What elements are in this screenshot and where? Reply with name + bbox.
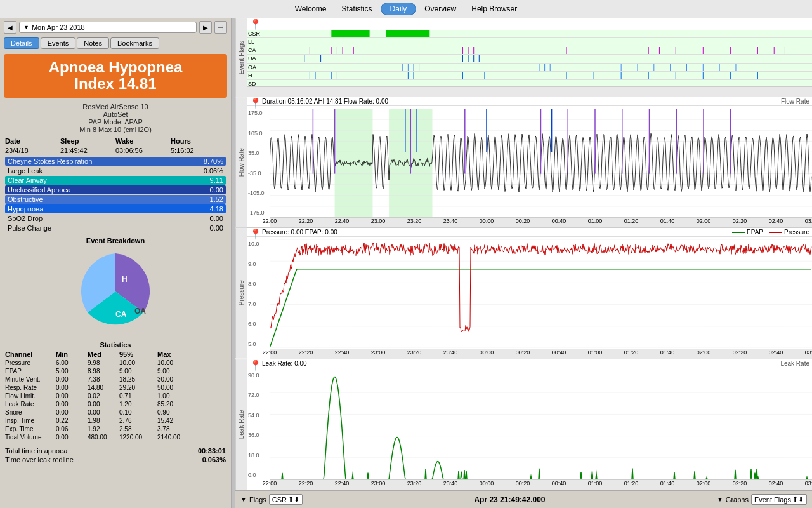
device-pap: PAP Mode: APAP <box>4 118 227 126</box>
ch-data-row: Snore0.000.000.100.90 <box>5 408 226 417</box>
canvas-leak <box>270 371 812 479</box>
pin-icon-lr: 📍 <box>249 359 262 371</box>
event-spo2: SpO2 Drop 0.00 <box>5 214 226 223</box>
tab-overview[interactable]: Overview <box>417 3 463 15</box>
flow-xaxis: 22:0022:2022:4023:0023:2023:4000:0000:20… <box>270 217 812 227</box>
prev-date-button[interactable]: ◀ <box>4 21 16 34</box>
leak-y-labels: 90.0 72.0 54.0 36.0 18.0 0.0 <box>247 371 270 479</box>
pin-button[interactable]: ⊣ <box>214 21 227 34</box>
ch-data-row: Insp. Time0.221.982.7615.42 <box>5 417 226 425</box>
tab-notes[interactable]: Notes <box>77 37 109 49</box>
detail-tabs: Details Events Notes Bookmarks <box>0 36 231 50</box>
bottom-timestamp: Apr 23 21:49:42.000 <box>308 495 712 504</box>
event-csr: Cheyne Stokes Respiration 8.70% <box>5 157 226 166</box>
tab-welcome[interactable]: Welcome <box>288 3 334 15</box>
event-ua: Unclassified Apnoea 0.00 <box>5 185 226 194</box>
leak-rate-chart: Leak Rate 📍 Leak Rate: 0.00 — Leak Rate … <box>235 359 812 490</box>
flags-label: Flags <box>249 496 266 504</box>
flags-selector: ▼ Flags CSR ⬆⬇ <box>240 494 303 505</box>
pie-chart: H CA OA <box>58 247 173 336</box>
pressure-chart: Pressure 📍 Pressure: 0.00 EPAP: 0.00 EPA… <box>235 228 812 359</box>
ahi-title: Apnoea Hypopnea Index 14.81 <box>10 59 221 93</box>
ch-data-row: Resp. Rate0.0014.8029.2050.00 <box>5 384 226 392</box>
pressure-y-labels: 10.0 9.0 8.0 7.0 6.0 5.0 <box>247 239 270 348</box>
device-pressure: Min 8 Max 10 (cmH2O) <box>4 126 227 133</box>
main-layout: ◀ ▼ Mon Apr 23 2018 ▶ ⊣ Details Events N… <box>0 18 812 508</box>
flow-y-labels: 175.0 105.0 35.0 -35.0 -105.0 -175.0 <box>247 109 270 217</box>
stats-header: Date Sleep Wake Hours <box>5 136 226 146</box>
event-flags-header: 📍 <box>247 18 812 20</box>
flow-rate-chart: Flow Rate 📍 Duration 05:16:02 AHI 14.81 … <box>235 97 812 228</box>
sleep-stats: Date Sleep Wake Hours 23/4/18 21:49:42 0… <box>0 135 231 234</box>
flow-rate-header: 📍 Duration 05:16:02 AHI 14.81 Flow Rate:… <box>247 97 812 106</box>
date-navigation: ◀ ▼ Mon Apr 23 2018 ▶ ⊣ <box>0 18 231 36</box>
tab-help[interactable]: Help Browser <box>464 3 524 15</box>
ch-data-row: Leak Rate0.000.001.2085.20 <box>5 400 226 408</box>
pie-label-oa: OA <box>134 307 146 316</box>
leak-rate-content: 📍 Leak Rate: 0.00 — Leak Rate 90.0 72.0 … <box>247 359 812 490</box>
dropdown-arrow[interactable]: ▼ <box>23 24 29 30</box>
ch-data-row: Exp. Time0.061.922.583.78 <box>5 425 226 433</box>
left-panel: ◀ ▼ Mon Apr 23 2018 ▶ ⊣ Details Events N… <box>0 18 232 508</box>
tab-bookmarks[interactable]: Bookmarks <box>110 37 159 49</box>
next-date-button[interactable]: ▶ <box>199 21 212 34</box>
canvas-pressure <box>270 239 812 348</box>
total-row-apnoea: Total time in apnoea 00:33:01 <box>5 446 226 455</box>
pressure-xaxis: 22:0022:2022:4023:0023:2023:4000:0000:20… <box>270 349 812 359</box>
event-rows: Cheyne Stokes Respiration 8.70% Large Le… <box>5 157 226 232</box>
totals-section: Total time in apnoea 00:33:01 Time over … <box>0 444 231 467</box>
graphs-value: Event Flags <box>754 496 791 504</box>
pressure-ylabel: Pressure <box>235 228 247 358</box>
event-ca: Clear Airway 9.11 <box>5 176 226 185</box>
device-mode: AutoSet <box>4 110 227 118</box>
event-flags-chart: Event Flags 📍 CSR LL <box>235 18 812 97</box>
pin-icon-fr: 📍 <box>249 97 262 109</box>
graphs-selector: ▼ Graphs Event Flags ⬆⬇ <box>717 494 807 505</box>
top-navigation: Welcome Statistics Daily Overview Help B… <box>0 0 812 18</box>
date-text: Mon Apr 23 2018 <box>32 23 85 31</box>
tab-events[interactable]: Events <box>41 37 76 49</box>
ch-data-row: Pressure6.009.9810.0010.00 <box>5 359 226 367</box>
ef-xaxis <box>247 86 812 97</box>
channel-statistics: Statistics Channel Min Med 95% Max Press… <box>0 338 231 444</box>
ch-rows: Pressure6.009.9810.0010.00EPAP5.008.989.… <box>5 359 226 441</box>
ch-header: Channel Min Med 95% Max <box>5 350 226 359</box>
tab-statistics[interactable]: Statistics <box>335 3 379 15</box>
graphs-label: Graphs <box>726 496 749 504</box>
graphs-dropdown-arrow[interactable]: ▼ <box>717 496 723 503</box>
event-flags-content: 📍 CSR LL CA <box>247 18 812 97</box>
pressure-legend-line <box>769 232 782 233</box>
leak-rate-header: 📍 Leak Rate: 0.00 — Leak Rate <box>247 359 812 368</box>
flags-dropdown-arrow[interactable]: ▼ <box>240 496 247 503</box>
pin-icon-ef: 📍 <box>249 18 262 30</box>
pie-section: Event Breakdown H CA OA <box>0 234 231 338</box>
tab-daily[interactable]: Daily <box>381 3 417 15</box>
event-pulse: Pulse Change 0.00 <box>5 224 226 232</box>
event-oa: Obstructive 1.52 <box>5 195 226 204</box>
flags-select-box[interactable]: CSR ⬆⬇ <box>269 494 303 505</box>
pressure-content: 📍 Pressure: 0.00 EPAP: 0.00 EPAP Pressur… <box>247 228 812 358</box>
canvas-flow <box>270 109 812 217</box>
total-row-leak: Time over leak redline 0.063% <box>5 455 226 464</box>
event-ll: Large Leak 0.06% <box>5 166 226 175</box>
graphs-select-arrow: ⬆⬇ <box>792 495 804 504</box>
tab-details[interactable]: Details <box>4 37 39 49</box>
flow-rate-content: 📍 Duration 05:16:02 AHI 14.81 Flow Rate:… <box>247 97 812 227</box>
ch-data-row: EPAP5.008.989.009.00 <box>5 367 226 375</box>
pie-container: H CA OA <box>5 247 226 336</box>
stats-title: Statistics <box>5 341 226 349</box>
device-info: ResMed AirSense 10 AutoSet PAP Mode: APA… <box>0 102 231 135</box>
ch-data-row: Minute Vent.0.007.3818.2530.00 <box>5 375 226 384</box>
pressure-legend: EPAP Pressure <box>732 229 809 236</box>
right-panel: Event Flags 📍 CSR LL <box>235 18 812 508</box>
stats-data-row: 23/4/18 21:49:42 03:06:56 5:16:02 <box>5 146 226 155</box>
pin-icon-pr: 📍 <box>249 228 262 240</box>
event-h: Hypopnoea 4.18 <box>5 204 226 213</box>
leak-xaxis: 22:0022:2022:4023:0023:2023:4000:0000:20… <box>270 479 812 490</box>
pie-label-ca: CA <box>115 310 127 319</box>
graphs-select-box[interactable]: Event Flags ⬆⬇ <box>751 494 807 505</box>
flags-value: CSR <box>272 496 287 504</box>
flow-rate-ylabel: Flow Rate <box>235 97 247 227</box>
date-display: ▼ Mon Apr 23 2018 <box>19 22 197 33</box>
bottom-bar: ▼ Flags CSR ⬆⬇ Apr 23 21:49:42.000 ▼ Gra… <box>235 490 812 508</box>
